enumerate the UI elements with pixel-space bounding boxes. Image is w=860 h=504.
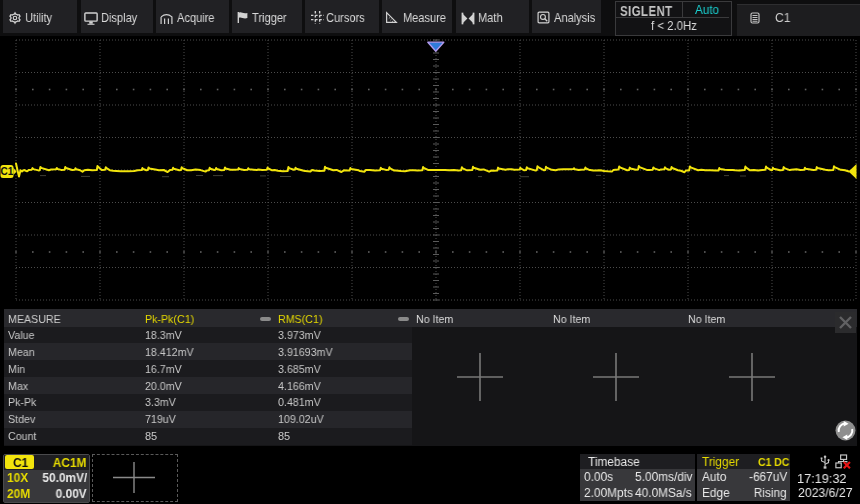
svg-text:C1: C1 — [1, 166, 14, 177]
